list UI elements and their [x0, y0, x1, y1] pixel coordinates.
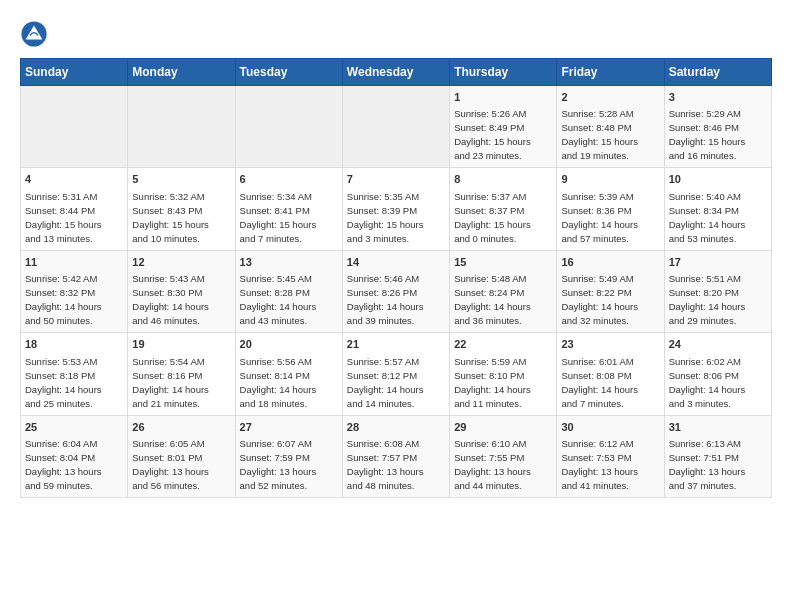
- calendar-cell: 19Sunrise: 5:54 AM Sunset: 8:16 PM Dayli…: [128, 333, 235, 415]
- calendar-cell: 18Sunrise: 5:53 AM Sunset: 8:18 PM Dayli…: [21, 333, 128, 415]
- calendar-cell: 6Sunrise: 5:34 AM Sunset: 8:41 PM Daylig…: [235, 168, 342, 250]
- day-number: 25: [25, 420, 123, 435]
- calendar-cell: 4Sunrise: 5:31 AM Sunset: 8:44 PM Daylig…: [21, 168, 128, 250]
- week-row-3: 11Sunrise: 5:42 AM Sunset: 8:32 PM Dayli…: [21, 250, 772, 332]
- day-info: Sunrise: 5:48 AM Sunset: 8:24 PM Dayligh…: [454, 273, 531, 326]
- day-number: 26: [132, 420, 230, 435]
- day-number: 5: [132, 172, 230, 187]
- day-info: Sunrise: 5:46 AM Sunset: 8:26 PM Dayligh…: [347, 273, 424, 326]
- day-number: 19: [132, 337, 230, 352]
- day-number: 23: [561, 337, 659, 352]
- calendar-cell: 9Sunrise: 5:39 AM Sunset: 8:36 PM Daylig…: [557, 168, 664, 250]
- calendar-cell: [128, 86, 235, 168]
- calendar-table: SundayMondayTuesdayWednesdayThursdayFrid…: [20, 58, 772, 498]
- weekday-header-saturday: Saturday: [664, 59, 771, 86]
- day-number: 24: [669, 337, 767, 352]
- calendar-cell: 5Sunrise: 5:32 AM Sunset: 8:43 PM Daylig…: [128, 168, 235, 250]
- calendar-cell: 31Sunrise: 6:13 AM Sunset: 7:51 PM Dayli…: [664, 415, 771, 497]
- day-number: 22: [454, 337, 552, 352]
- day-number: 21: [347, 337, 445, 352]
- calendar-cell: 15Sunrise: 5:48 AM Sunset: 8:24 PM Dayli…: [450, 250, 557, 332]
- day-number: 30: [561, 420, 659, 435]
- day-info: Sunrise: 6:13 AM Sunset: 7:51 PM Dayligh…: [669, 438, 746, 491]
- calendar-cell: [21, 86, 128, 168]
- calendar-cell: 28Sunrise: 6:08 AM Sunset: 7:57 PM Dayli…: [342, 415, 449, 497]
- day-info: Sunrise: 5:59 AM Sunset: 8:10 PM Dayligh…: [454, 356, 531, 409]
- day-number: 20: [240, 337, 338, 352]
- calendar-cell: [342, 86, 449, 168]
- calendar-cell: 13Sunrise: 5:45 AM Sunset: 8:28 PM Dayli…: [235, 250, 342, 332]
- day-number: 18: [25, 337, 123, 352]
- calendar-cell: 17Sunrise: 5:51 AM Sunset: 8:20 PM Dayli…: [664, 250, 771, 332]
- calendar-cell: 14Sunrise: 5:46 AM Sunset: 8:26 PM Dayli…: [342, 250, 449, 332]
- day-number: 14: [347, 255, 445, 270]
- day-number: 9: [561, 172, 659, 187]
- weekday-header-friday: Friday: [557, 59, 664, 86]
- week-row-2: 4Sunrise: 5:31 AM Sunset: 8:44 PM Daylig…: [21, 168, 772, 250]
- day-number: 16: [561, 255, 659, 270]
- calendar-cell: 3Sunrise: 5:29 AM Sunset: 8:46 PM Daylig…: [664, 86, 771, 168]
- day-info: Sunrise: 5:49 AM Sunset: 8:22 PM Dayligh…: [561, 273, 638, 326]
- weekday-header-monday: Monday: [128, 59, 235, 86]
- day-info: Sunrise: 5:32 AM Sunset: 8:43 PM Dayligh…: [132, 191, 209, 244]
- day-info: Sunrise: 5:57 AM Sunset: 8:12 PM Dayligh…: [347, 356, 424, 409]
- calendar-cell: 27Sunrise: 6:07 AM Sunset: 7:59 PM Dayli…: [235, 415, 342, 497]
- day-number: 15: [454, 255, 552, 270]
- weekday-header-row: SundayMondayTuesdayWednesdayThursdayFrid…: [21, 59, 772, 86]
- day-info: Sunrise: 5:53 AM Sunset: 8:18 PM Dayligh…: [25, 356, 102, 409]
- calendar-cell: 1Sunrise: 5:26 AM Sunset: 8:49 PM Daylig…: [450, 86, 557, 168]
- day-number: 11: [25, 255, 123, 270]
- day-number: 1: [454, 90, 552, 105]
- calendar-cell: 12Sunrise: 5:43 AM Sunset: 8:30 PM Dayli…: [128, 250, 235, 332]
- logo-icon: [20, 20, 48, 48]
- day-info: Sunrise: 5:56 AM Sunset: 8:14 PM Dayligh…: [240, 356, 317, 409]
- calendar-cell: 30Sunrise: 6:12 AM Sunset: 7:53 PM Dayli…: [557, 415, 664, 497]
- day-info: Sunrise: 5:26 AM Sunset: 8:49 PM Dayligh…: [454, 108, 531, 161]
- calendar-cell: 7Sunrise: 5:35 AM Sunset: 8:39 PM Daylig…: [342, 168, 449, 250]
- calendar-cell: 20Sunrise: 5:56 AM Sunset: 8:14 PM Dayli…: [235, 333, 342, 415]
- calendar-cell: 21Sunrise: 5:57 AM Sunset: 8:12 PM Dayli…: [342, 333, 449, 415]
- day-number: 6: [240, 172, 338, 187]
- day-number: 13: [240, 255, 338, 270]
- day-info: Sunrise: 6:10 AM Sunset: 7:55 PM Dayligh…: [454, 438, 531, 491]
- day-info: Sunrise: 6:12 AM Sunset: 7:53 PM Dayligh…: [561, 438, 638, 491]
- weekday-header-tuesday: Tuesday: [235, 59, 342, 86]
- day-number: 4: [25, 172, 123, 187]
- day-number: 12: [132, 255, 230, 270]
- day-info: Sunrise: 6:01 AM Sunset: 8:08 PM Dayligh…: [561, 356, 638, 409]
- week-row-4: 18Sunrise: 5:53 AM Sunset: 8:18 PM Dayli…: [21, 333, 772, 415]
- day-info: Sunrise: 5:28 AM Sunset: 8:48 PM Dayligh…: [561, 108, 638, 161]
- day-info: Sunrise: 5:37 AM Sunset: 8:37 PM Dayligh…: [454, 191, 531, 244]
- day-info: Sunrise: 6:04 AM Sunset: 8:04 PM Dayligh…: [25, 438, 102, 491]
- calendar-cell: 26Sunrise: 6:05 AM Sunset: 8:01 PM Dayli…: [128, 415, 235, 497]
- day-info: Sunrise: 5:40 AM Sunset: 8:34 PM Dayligh…: [669, 191, 746, 244]
- calendar-cell: 25Sunrise: 6:04 AM Sunset: 8:04 PM Dayli…: [21, 415, 128, 497]
- weekday-header-sunday: Sunday: [21, 59, 128, 86]
- day-info: Sunrise: 5:31 AM Sunset: 8:44 PM Dayligh…: [25, 191, 102, 244]
- calendar-cell: 11Sunrise: 5:42 AM Sunset: 8:32 PM Dayli…: [21, 250, 128, 332]
- day-info: Sunrise: 5:43 AM Sunset: 8:30 PM Dayligh…: [132, 273, 209, 326]
- day-number: 17: [669, 255, 767, 270]
- day-info: Sunrise: 5:29 AM Sunset: 8:46 PM Dayligh…: [669, 108, 746, 161]
- day-info: Sunrise: 5:39 AM Sunset: 8:36 PM Dayligh…: [561, 191, 638, 244]
- day-info: Sunrise: 5:51 AM Sunset: 8:20 PM Dayligh…: [669, 273, 746, 326]
- day-number: 3: [669, 90, 767, 105]
- calendar-cell: 23Sunrise: 6:01 AM Sunset: 8:08 PM Dayli…: [557, 333, 664, 415]
- calendar-cell: 24Sunrise: 6:02 AM Sunset: 8:06 PM Dayli…: [664, 333, 771, 415]
- day-info: Sunrise: 6:05 AM Sunset: 8:01 PM Dayligh…: [132, 438, 209, 491]
- day-number: 8: [454, 172, 552, 187]
- day-info: Sunrise: 5:42 AM Sunset: 8:32 PM Dayligh…: [25, 273, 102, 326]
- day-number: 28: [347, 420, 445, 435]
- day-info: Sunrise: 5:45 AM Sunset: 8:28 PM Dayligh…: [240, 273, 317, 326]
- week-row-1: 1Sunrise: 5:26 AM Sunset: 8:49 PM Daylig…: [21, 86, 772, 168]
- calendar-cell: 2Sunrise: 5:28 AM Sunset: 8:48 PM Daylig…: [557, 86, 664, 168]
- page-header: [20, 20, 772, 48]
- day-number: 29: [454, 420, 552, 435]
- day-info: Sunrise: 6:07 AM Sunset: 7:59 PM Dayligh…: [240, 438, 317, 491]
- day-number: 27: [240, 420, 338, 435]
- day-info: Sunrise: 6:02 AM Sunset: 8:06 PM Dayligh…: [669, 356, 746, 409]
- day-info: Sunrise: 5:54 AM Sunset: 8:16 PM Dayligh…: [132, 356, 209, 409]
- calendar-cell: [235, 86, 342, 168]
- day-info: Sunrise: 6:08 AM Sunset: 7:57 PM Dayligh…: [347, 438, 424, 491]
- day-info: Sunrise: 5:35 AM Sunset: 8:39 PM Dayligh…: [347, 191, 424, 244]
